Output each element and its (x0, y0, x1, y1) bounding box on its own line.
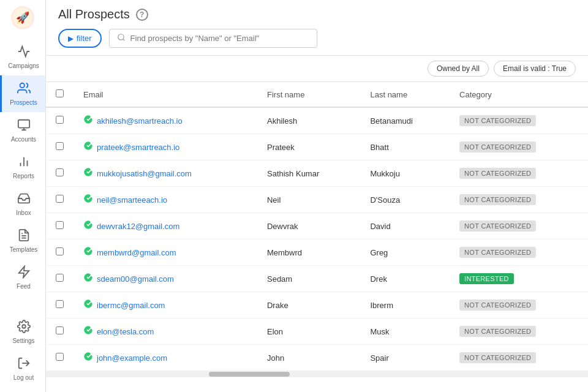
sidebar-item-templates[interactable]: Templates (0, 222, 45, 259)
verified-icon (83, 246, 93, 258)
search-input[interactable] (130, 34, 309, 43)
logout-icon (17, 356, 31, 373)
header-checkbox-col (46, 82, 74, 107)
sidebar-item-prospects[interactable]: Prospects (0, 75, 45, 112)
row-lastname: D'Souza (360, 187, 450, 213)
page-title: All Prospects (58, 7, 130, 21)
table-row: prateek@smartreach.io Prateek Bhatt NOT … (46, 134, 588, 160)
header-lastname: Last name (360, 82, 450, 107)
row-email: akhilesh@smartreach.io (74, 107, 257, 134)
horizontal-scrollbar[interactable] (46, 371, 588, 377)
row-category: NOT CATEGORIZED (450, 107, 588, 134)
row-category: INTERESTED (450, 266, 588, 292)
row-lastname: Betanamudi (360, 107, 450, 134)
email-link[interactable]: neil@smarteeach.io (97, 195, 167, 205)
row-checkbox-cell (46, 292, 74, 318)
verified-icon (83, 167, 93, 179)
help-icon[interactable]: ? (136, 9, 148, 21)
row-lastname: Spair (360, 345, 450, 371)
sidebar: 🚀 Campaigns Prospects Accounts Reports I… (0, 0, 46, 392)
row-category: NOT CATEGORIZED (450, 134, 588, 160)
sidebar-accounts-label: Accounts (11, 136, 36, 143)
header-email: Email (74, 82, 257, 107)
row-checkbox[interactable] (56, 168, 64, 176)
row-lastname: Drek (360, 266, 450, 292)
email-link[interactable]: mukkojusatish@gmail.com (97, 169, 192, 178)
category-badge: NOT CATEGORIZED (459, 141, 536, 153)
sidebar-item-inbox[interactable]: Inbox (0, 186, 45, 222)
row-category: NOT CATEGORIZED (450, 160, 588, 187)
row-category: NOT CATEGORIZED (450, 213, 588, 239)
table-row: membwrd@gmail.com Membwrd Greg NOT CATEG… (46, 239, 588, 266)
svg-marker-11 (18, 266, 29, 277)
chip-email-valid[interactable]: Email is valid : True (494, 61, 576, 77)
chip-owned-by-all[interactable]: Owned by All (428, 61, 489, 77)
sidebar-item-reports[interactable]: Reports (0, 149, 45, 186)
email-link[interactable]: prateek@smartreach.io (97, 143, 179, 152)
inbox-icon (17, 192, 31, 208)
table-row: ibermc@gmail.com Drake Ibrerm NOT CATEGO… (46, 292, 588, 318)
table-row: mukkojusatish@gmail.com Sathish Kumar Mu… (46, 160, 588, 187)
row-category: NOT CATEGORIZED (450, 318, 588, 345)
row-firstname: Akhilesh (257, 107, 360, 134)
main-content: All Prospects ? ▶ filter Owned by All Em… (46, 0, 588, 392)
verified-icon (83, 194, 93, 206)
row-lastname: Greg (360, 239, 450, 266)
svg-line-15 (123, 39, 124, 41)
row-category: NOT CATEGORIZED (450, 292, 588, 318)
app-logo[interactable]: 🚀 (10, 5, 36, 32)
row-checkbox[interactable] (56, 353, 64, 361)
row-checkbox-cell (46, 213, 74, 239)
category-badge: NOT CATEGORIZED (459, 168, 536, 179)
row-email: john@example.com (74, 345, 257, 371)
row-email: sdeam00@gmail.com (74, 266, 257, 292)
row-checkbox[interactable] (56, 142, 64, 150)
row-firstname: Drake (257, 292, 360, 318)
email-link[interactable]: membwrd@gmail.com (97, 248, 176, 257)
row-checkbox-cell (46, 187, 74, 213)
row-checkbox-cell (46, 345, 74, 371)
row-checkbox[interactable] (56, 221, 64, 229)
row-checkbox[interactable] (56, 116, 64, 124)
row-lastname: David (360, 213, 450, 239)
row-checkbox[interactable] (56, 300, 64, 308)
sidebar-item-logout[interactable]: Log out (0, 350, 45, 387)
settings-icon (17, 320, 31, 336)
email-link[interactable]: akhilesh@smartreach.io (97, 116, 183, 126)
row-email: prateek@smartreach.io (74, 134, 257, 160)
filter-chips-row: Owned by All Email is valid : True (46, 56, 588, 82)
verified-icon (83, 115, 93, 127)
select-all-checkbox[interactable] (56, 89, 64, 97)
row-checkbox[interactable] (56, 247, 64, 255)
campaigns-icon (17, 45, 31, 61)
email-link[interactable]: dewvrak12@gmail.com (97, 222, 179, 231)
email-link[interactable]: elon@tesla.com (97, 327, 154, 336)
email-link[interactable]: ibermc@gmail.com (97, 301, 165, 310)
row-lastname: Bhatt (360, 134, 450, 160)
email-link[interactable]: john@example.com (97, 353, 167, 363)
row-email: elon@tesla.com (74, 318, 257, 345)
row-checkbox-cell (46, 239, 74, 266)
row-category: NOT CATEGORIZED (450, 345, 588, 371)
verified-icon (83, 141, 93, 153)
email-link[interactable]: sdeam00@gmail.com (97, 274, 174, 284)
page-header: All Prospects ? ▶ filter (46, 0, 588, 56)
row-checkbox[interactable] (56, 326, 64, 334)
row-firstname: Dewvrak (257, 213, 360, 239)
sidebar-reports-label: Reports (13, 173, 34, 179)
verified-icon (83, 352, 93, 364)
row-checkbox-cell (46, 107, 74, 134)
row-firstname: Neil (257, 187, 360, 213)
row-firstname: Prateek (257, 134, 360, 160)
sidebar-item-feed[interactable]: Feed (0, 259, 45, 296)
filter-button[interactable]: ▶ filter (58, 29, 102, 48)
category-badge: NOT CATEGORIZED (459, 352, 536, 363)
table-row: akhilesh@smartreach.io Akhilesh Betanamu… (46, 107, 588, 134)
row-category: NOT CATEGORIZED (450, 239, 588, 266)
row-checkbox[interactable] (56, 195, 64, 203)
sidebar-item-settings[interactable]: Settings (0, 314, 45, 350)
row-checkbox[interactable] (56, 274, 64, 282)
sidebar-item-accounts[interactable]: Accounts (0, 112, 45, 149)
row-lastname: Musk (360, 318, 450, 345)
sidebar-item-campaigns[interactable]: Campaigns (0, 39, 45, 75)
